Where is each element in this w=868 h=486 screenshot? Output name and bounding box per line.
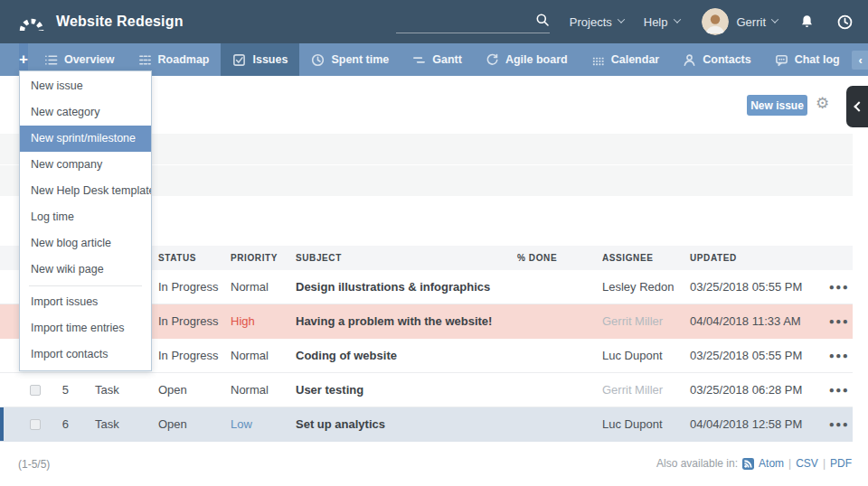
chat-log-icon: [775, 53, 788, 67]
tab-contacts[interactable]: Contacts: [671, 43, 762, 76]
pagination-count: (1-5/5): [18, 458, 50, 471]
export-links: Also available in: Atom|CSV|PDF: [656, 457, 852, 470]
tab-label: Roadmap: [158, 53, 210, 66]
menu-item-import-contacts[interactable]: Import contacts: [20, 341, 151, 368]
cell-updated: 03/25/2018 05:55 PM: [690, 280, 826, 294]
also-available-label: Also available in:: [656, 457, 738, 470]
planio-logo-icon[interactable]: [19, 12, 44, 33]
col-header-assignee[interactable]: ASSIGNEE: [602, 253, 690, 263]
project-title: Website Redesign: [56, 14, 184, 30]
nav-prev-button[interactable]: ‹: [852, 51, 868, 70]
col-header-priority[interactable]: PRIORITY: [231, 253, 296, 263]
menu-item-new-company[interactable]: New company: [20, 152, 151, 178]
cell-updated: 03/25/2018 06:28 PM: [690, 383, 826, 397]
table-row[interactable]: 6 Task Open Low Set up analytics Luc Dup…: [0, 407, 853, 442]
cell-status: In Progress: [158, 314, 231, 328]
avatar[interactable]: [702, 8, 729, 35]
tab-issues[interactable]: Issues: [221, 43, 299, 76]
cell-status: Open: [158, 417, 231, 431]
tab-label: Issues: [252, 53, 288, 66]
cell-updated: 04/04/2018 12:58 PM: [690, 417, 826, 431]
tab-gantt[interactable]: Gantt: [401, 43, 474, 76]
table-row[interactable]: 5 Task Open Normal User testing Gerrit M…: [0, 373, 853, 407]
tab-label: Spent time: [331, 53, 389, 66]
roadmap-icon: [138, 53, 152, 67]
new-issue-button[interactable]: New issue: [747, 95, 807, 116]
sidebar-collapse-tab[interactable]: [846, 86, 868, 127]
tab-label: Chat log: [795, 53, 840, 66]
nav-tabs: Overview Roadmap Issues Spent time Gantt…: [33, 43, 852, 76]
spent-time-icon: [311, 53, 325, 67]
cell-status: In Progress: [158, 349, 231, 362]
menu-divider: [29, 285, 142, 286]
col-header-status[interactable]: STATUS: [158, 253, 231, 263]
row-actions-button[interactable]: ●●●: [826, 316, 853, 326]
cell-priority: Normal: [231, 349, 296, 362]
cell-subject[interactable]: Coding of website: [296, 349, 517, 362]
menu-item-new-sprint-milestone[interactable]: New sprint/milestone: [20, 126, 151, 152]
cell-subject[interactable]: Having a problem with the website!: [296, 314, 517, 328]
row-checkbox[interactable]: [30, 419, 41, 430]
cell-priority: Normal: [231, 383, 296, 397]
menu-item-new-issue[interactable]: New issue: [20, 73, 151, 99]
tab-calendar[interactable]: Calendar: [580, 43, 672, 76]
row-checkbox[interactable]: [30, 385, 41, 396]
menu-item-log-time[interactable]: Log time: [20, 204, 151, 230]
row-actions-button[interactable]: ●●●: [826, 282, 853, 292]
col-header-done[interactable]: % DONE: [517, 253, 602, 263]
cell-tracker: Task: [71, 417, 158, 431]
tab-agile-board[interactable]: Agile board: [474, 43, 580, 76]
link-separator: |: [823, 457, 826, 470]
export-link-pdf[interactable]: PDF: [830, 457, 852, 470]
menu-item-new-wiki-page[interactable]: New wiki page: [20, 257, 151, 283]
cell-assignee: Luc Dupont: [602, 417, 690, 431]
help-menu[interactable]: Help: [644, 15, 680, 29]
cell-id: 6: [41, 417, 71, 431]
add-dropdown-menu: New issueNew categoryNew sprint/mileston…: [19, 70, 152, 371]
cell-tracker: Task: [71, 383, 158, 397]
tab-label: Gantt: [432, 53, 462, 66]
overview-icon: [44, 53, 58, 67]
cell-priority: Normal: [231, 280, 296, 294]
link-separator: |: [788, 457, 791, 470]
menu-item-new-blog-article[interactable]: New blog article: [20, 230, 151, 257]
recent-activity-clock-icon[interactable]: [836, 14, 854, 31]
col-header-updated[interactable]: UPDATED: [690, 253, 826, 263]
cell-priority: Low: [231, 417, 296, 431]
cell-assignee: Luc Dupont: [602, 349, 690, 362]
menu-item-import-time-entries[interactable]: Import time entries: [20, 315, 151, 341]
cell-assignee: Gerrit Miller: [602, 383, 690, 397]
menu-item-new-category[interactable]: New category: [20, 99, 151, 126]
notifications-bell-icon[interactable]: [799, 14, 815, 30]
cell-subject[interactable]: User testing: [296, 383, 517, 397]
cell-updated: 04/04/2018 11:33 AM: [690, 314, 826, 328]
chevron-down-icon: [673, 15, 680, 23]
tab-spent-time[interactable]: Spent time: [299, 43, 401, 76]
topbar: Website Redesign Projects Help: [0, 0, 868, 43]
tab-chat-log[interactable]: Chat log: [763, 43, 852, 76]
menu-item-import-issues[interactable]: Import issues: [20, 289, 151, 315]
col-header-subject[interactable]: SUBJECT: [296, 253, 517, 263]
search-field[interactable]: [396, 10, 550, 33]
menu-item-new-help-desk-template[interactable]: New Help Desk template: [20, 178, 151, 204]
export-link-csv[interactable]: CSV: [796, 457, 818, 470]
row-actions-button[interactable]: ●●●: [826, 350, 853, 360]
cell-priority: High: [231, 314, 296, 328]
calendar-icon: [591, 53, 605, 67]
cell-assignee: Lesley Redon: [602, 280, 690, 294]
gear-icon[interactable]: ⚙: [816, 94, 829, 113]
row-actions-button[interactable]: ●●●: [826, 419, 853, 429]
user-menu[interactable]: Gerrit: [737, 15, 778, 29]
search-icon[interactable]: [535, 13, 550, 31]
projects-menu[interactable]: Projects: [570, 15, 624, 29]
user-name: Gerrit: [737, 15, 767, 29]
agile-board-icon: [486, 53, 499, 67]
search-input[interactable]: [396, 17, 532, 31]
cell-subject[interactable]: Set up analytics: [296, 417, 517, 431]
cell-status: In Progress: [158, 280, 231, 294]
export-link-atom[interactable]: Atom: [759, 457, 784, 470]
tab-label: Overview: [64, 53, 115, 66]
cell-subject[interactable]: Design illustrations & infographics: [296, 280, 517, 294]
gantt-icon: [412, 53, 426, 67]
row-actions-button[interactable]: ●●●: [826, 385, 853, 395]
